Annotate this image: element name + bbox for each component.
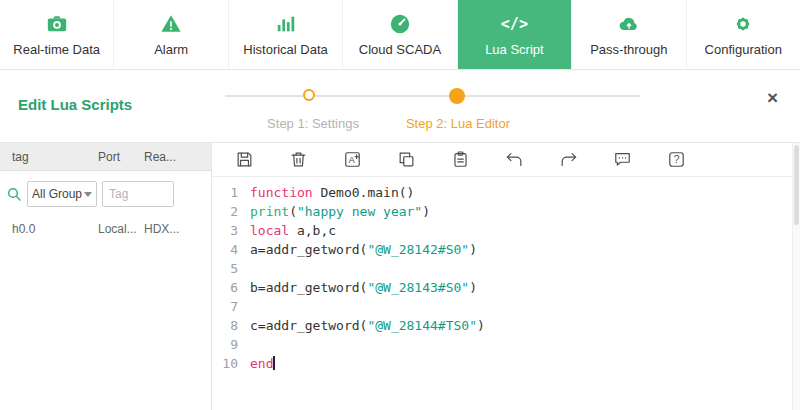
tag-search-input[interactable] [102, 181, 174, 207]
tag-filter-bar: All Group [0, 171, 211, 215]
step-1-indicator[interactable] [303, 89, 315, 101]
tab-label: Historical Data [243, 42, 328, 57]
line-number: 3 [220, 221, 250, 240]
line-number: 7 [220, 297, 250, 316]
code-text: c=addr_getword("@W_28144#TS0") [250, 316, 485, 335]
gear-icon [732, 12, 754, 36]
tab-label: Real-time Data [13, 42, 100, 57]
save-icon[interactable] [234, 150, 254, 170]
scrollbar-thumb[interactable] [794, 145, 799, 225]
code-editor[interactable]: 1function Demo0.main()2print("happy new … [212, 177, 800, 410]
line-number: 1 [220, 183, 250, 202]
comment-icon[interactable] [612, 150, 632, 170]
column-header-port: Port [98, 150, 144, 164]
tab-cloud-scada[interactable]: Cloud SCADA [343, 0, 457, 69]
code-line[interactable]: 2print("happy new year") [220, 202, 800, 221]
code-line[interactable]: 10end [220, 354, 800, 373]
cloud-icon [618, 12, 640, 36]
code-line[interactable]: 6b=addr_getword("@W_28143#S0") [220, 278, 800, 297]
code-line[interactable]: 1function Demo0.main() [220, 183, 800, 202]
code-lines: 1function Demo0.main()2print("happy new … [220, 183, 800, 373]
top-nav: Real-time Data Alarm Historical Data [0, 0, 800, 70]
stepper-line [225, 95, 640, 97]
tab-label: Alarm [154, 42, 188, 57]
tab-label: Configuration [705, 42, 782, 57]
code-line[interactable]: 7 [220, 297, 800, 316]
column-header-tag: tag [0, 150, 98, 164]
tab-label: Cloud SCADA [359, 42, 441, 57]
tab-alarm[interactable]: Alarm [114, 0, 228, 69]
tag-table-header: tag Port Rea... [0, 143, 211, 171]
code-text: print("happy new year") [250, 202, 430, 221]
reason-cell: HDX... [144, 222, 211, 236]
panel-header: Edit Lua Scripts Step 1: Settings Step 2… [0, 70, 800, 142]
redo-icon[interactable] [558, 150, 578, 170]
tab-label: Lua Script [485, 42, 544, 57]
tab-lua-script[interactable]: </> Lua Script [458, 0, 572, 69]
line-number: 9 [220, 335, 250, 354]
line-number: 4 [220, 240, 250, 259]
step-2-label: Step 2: Lua Editor [375, 116, 541, 131]
editor-toolbar: A [212, 143, 800, 177]
code-line[interactable]: 9 [220, 335, 800, 354]
camera-icon [46, 12, 68, 36]
svg-text:?: ? [673, 154, 679, 165]
editor-scrollbar[interactable] [792, 143, 800, 410]
font-size-icon[interactable]: A [342, 150, 362, 170]
close-icon[interactable]: × [767, 88, 778, 107]
tag-row[interactable]: h0.0Local...HDX... [0, 215, 211, 243]
alarm-triangle-icon [160, 12, 182, 36]
code-line[interactable]: 3local a,b,c [220, 221, 800, 240]
code-text: b=addr_getword("@W_28143#S0") [250, 278, 477, 297]
tag-sidebar: tag Port Rea... All Group h0.0Local...HD… [0, 143, 212, 410]
tab-configuration[interactable]: Configuration [687, 0, 800, 69]
svg-text:A: A [348, 154, 355, 165]
help-icon[interactable]: ? [666, 150, 686, 170]
copy-icon[interactable] [396, 150, 416, 170]
code-text: function Demo0.main() [250, 183, 414, 202]
line-number: 2 [220, 202, 250, 221]
tab-realtime-data[interactable]: Real-time Data [0, 0, 114, 69]
tag-rows: h0.0Local...HDX... [0, 215, 211, 243]
line-number: 5 [220, 259, 250, 278]
code-text: local a,b,c [250, 221, 336, 240]
column-header-reason: Rea... [144, 150, 211, 164]
paste-icon[interactable] [450, 150, 470, 170]
code-text: end [250, 354, 275, 373]
group-select[interactable]: All Group [27, 181, 97, 207]
code-icon: </> [501, 12, 528, 36]
undo-icon[interactable] [504, 150, 524, 170]
page-title: Edit Lua Scripts [18, 96, 132, 113]
search-icon[interactable] [6, 186, 22, 202]
line-number: 8 [220, 316, 250, 335]
tab-historical-data[interactable]: Historical Data [229, 0, 343, 69]
delete-icon[interactable] [288, 150, 308, 170]
chevron-down-icon [84, 192, 92, 197]
tab-label: Pass-through [590, 42, 667, 57]
lua-editor: A [212, 143, 800, 410]
port-cell: Local... [98, 222, 144, 236]
step-2-indicator[interactable] [449, 88, 465, 104]
code-line[interactable]: 8c=addr_getword("@W_28144#TS0") [220, 316, 800, 335]
stepper: Step 1: Settings Step 2: Lua Editor [170, 82, 760, 138]
step-1-label: Step 1: Settings [230, 116, 396, 131]
group-select-value: All Group [32, 187, 84, 201]
code-line[interactable]: 5 [220, 259, 800, 278]
tag-cell: h0.0 [0, 222, 98, 236]
gauge-icon [389, 12, 411, 36]
text-cursor [273, 356, 275, 370]
tab-pass-through[interactable]: Pass-through [572, 0, 686, 69]
content: tag Port Rea... All Group h0.0Local...HD… [0, 142, 800, 410]
line-number: 6 [220, 278, 250, 297]
code-text: a=addr_getword("@W_28142#S0") [250, 240, 477, 259]
code-line[interactable]: 4a=addr_getword("@W_28142#S0") [220, 240, 800, 259]
line-number: 10 [220, 354, 250, 373]
bar-chart-icon [275, 12, 297, 36]
